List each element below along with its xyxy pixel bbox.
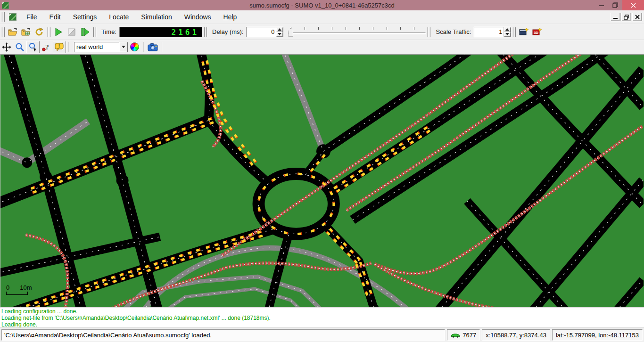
log-line: Loading net-file from 'C:\Users\¤Amanda\… [1, 315, 644, 321]
delay-slider[interactable] [288, 26, 426, 38]
toolbar-grip-6[interactable] [512, 27, 516, 37]
menubar-grip[interactable] [1, 12, 5, 22]
folder-open-icon [8, 27, 18, 37]
simulation-view[interactable]: 0 10m [0, 54, 644, 307]
mdi-minimize-icon [613, 15, 618, 19]
menu-item-file[interactable]: File [20, 13, 43, 21]
toolbar-separator [143, 42, 144, 52]
scale-traffic-label: Scale Traffic: [436, 28, 471, 35]
mdi-restore-button[interactable] [621, 13, 631, 21]
snapshot-button[interactable] [146, 41, 159, 53]
menu-item-help[interactable]: Help [217, 13, 243, 21]
delay-spinbox [246, 27, 283, 37]
reload-button[interactable] [33, 26, 46, 38]
new-view-icon [519, 28, 528, 36]
step-icon [80, 27, 90, 37]
scale-spin-up-button[interactable] [504, 27, 511, 32]
play-button[interactable] [52, 26, 65, 38]
edit-coloring-button[interactable] [128, 41, 141, 53]
new-3d-view-icon: 3D [532, 28, 542, 36]
open-network-button[interactable] [19, 26, 33, 38]
coloring-scheme-dropdown[interactable]: real world [74, 42, 128, 52]
tooltip-button[interactable]: ! [53, 41, 66, 53]
zoom-button[interactable] [13, 41, 26, 53]
new-3d-view-button[interactable]: 3D [530, 26, 544, 38]
delay-spin-up-button[interactable] [276, 27, 283, 32]
scale-spin-down-button[interactable] [504, 32, 511, 37]
junction [116, 174, 129, 187]
coordinates-panel: x:10588.77, y:8374.43 [482, 329, 550, 341]
zoom-style-button[interactable] [26, 41, 40, 53]
menu-item-edit[interactable]: Edit [43, 13, 67, 21]
menu-item-simulation[interactable]: Simulation [135, 13, 178, 21]
recenter-button[interactable] [0, 41, 13, 53]
delay-input[interactable] [247, 27, 276, 37]
vehicle[interactable] [297, 172, 302, 175]
menu-item-locate[interactable]: Locate [103, 13, 135, 21]
scale-indicator: 0 10m [6, 284, 32, 295]
toolbar-grip-5[interactable] [427, 27, 430, 37]
vehicle-count: 7677 [462, 332, 476, 339]
camera-icon [148, 43, 158, 51]
slider-track[interactable] [288, 33, 426, 34]
mdi-restore-icon [624, 15, 629, 20]
toolbar-grip-3[interactable] [93, 27, 96, 37]
toolbar-grip-2[interactable] [47, 27, 50, 37]
log-line: Loading done. [1, 321, 644, 327]
svg-text:3D: 3D [534, 31, 538, 35]
tooltip-bubble-icon: ! [55, 43, 64, 51]
mdi-close-button[interactable] [632, 13, 642, 21]
vehicle-icon [451, 333, 460, 338]
toolbar-grip-4[interactable] [204, 27, 207, 37]
step-button[interactable] [78, 26, 91, 38]
mdi-close-icon [635, 15, 640, 19]
color-wheel-icon [130, 42, 139, 51]
new-view-button[interactable] [517, 26, 530, 38]
scale-traffic-input[interactable] [474, 27, 504, 37]
magnifier-cursor-icon [28, 42, 38, 52]
magnifier-icon [15, 42, 25, 52]
delay-label: Delay (ms): [212, 28, 243, 35]
dropdown-arrow-button[interactable] [119, 42, 128, 52]
mdi-minimize-button[interactable] [611, 13, 620, 21]
svg-text:?: ? [45, 43, 49, 51]
menu-list: FileEditSettingsLocateSimulationWindowsH… [20, 10, 243, 24]
title-bar[interactable]: sumo.sumocfg - SUMO v1_10_0+0841-46a5257… [0, 0, 644, 10]
time-display: 2161 [119, 27, 202, 37]
simulation-toolbar: Time: 2161 Delay (ms): Scale Traffic: [0, 24, 644, 40]
slider-ticks [291, 27, 425, 30]
time-label: Time: [101, 28, 116, 35]
down-arrow-icon [278, 33, 281, 35]
scale-max-label: 10m [20, 284, 32, 291]
help-icon: ? [41, 42, 51, 52]
menu-item-settings[interactable]: Settings [67, 13, 103, 21]
menu-item-windows[interactable]: Windows [178, 13, 217, 21]
toolbar-grip-1[interactable] [1, 27, 5, 37]
toolbar-separator [68, 42, 69, 52]
log-line: Loading configuration ... done. [1, 308, 644, 315]
status-message-field: 'C:\Users\¤Amanda\Desktop\Ceilandia\Cená… [1, 329, 445, 341]
vehicle-count-panel: 7677 [447, 329, 480, 341]
view-toolbar: ? ! real world [0, 40, 644, 54]
down-arrow-icon [505, 33, 509, 35]
menu-bar: FileEditSettingsLocateSimulationWindowsH… [0, 10, 644, 24]
stop-icon [67, 28, 76, 36]
network-canvas[interactable] [0, 55, 644, 307]
message-log[interactable]: Loading configuration ... done.Loading n… [0, 307, 644, 327]
up-arrow-icon [505, 28, 509, 31]
open-config-button[interactable] [6, 26, 19, 38]
reload-icon [34, 27, 44, 37]
scale-zero-label: 0 [6, 284, 9, 291]
scale-bracket [6, 292, 28, 295]
stop-button[interactable] [65, 26, 78, 38]
delay-spin-down-button[interactable] [276, 32, 283, 37]
vehicle[interactable] [332, 202, 335, 206]
toolbar-separator [162, 42, 162, 52]
geo-coordinates-panel: lat:-15.797099, lon:-48.117153 [552, 329, 643, 341]
folder-network-icon [21, 27, 31, 37]
junction [22, 157, 32, 168]
coloring-scheme-value[interactable]: real world [74, 42, 119, 52]
help-button[interactable]: ? [40, 41, 53, 53]
play-icon [54, 27, 63, 37]
vehicle[interactable] [297, 232, 302, 235]
